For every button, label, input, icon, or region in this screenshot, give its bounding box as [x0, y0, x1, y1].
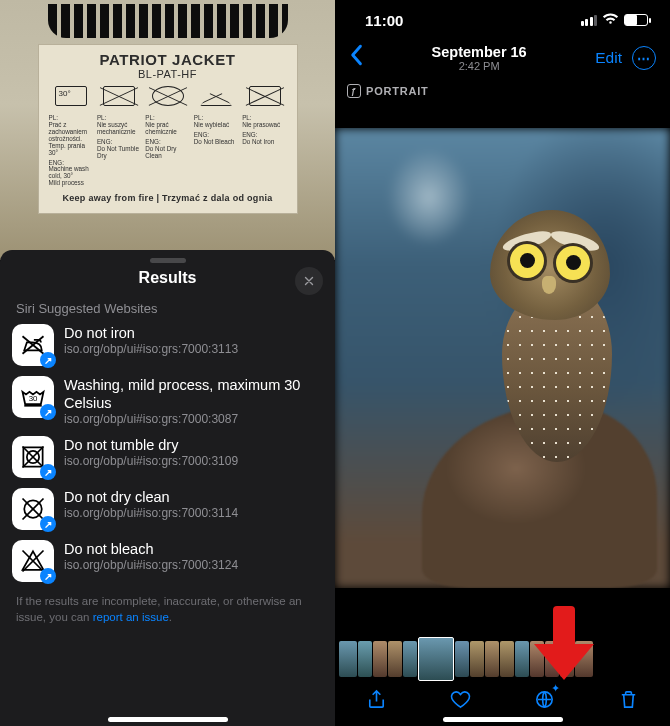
photo-time: 2:42 PM — [432, 60, 527, 72]
thumbnail[interactable] — [418, 637, 454, 681]
care-symbols-row: 30° — [49, 84, 287, 113]
care-label: PATRIOT JACKET BL-PAT-HF 30° PL:Prać z z… — [38, 44, 298, 214]
wash-30-icon: 30 — [12, 376, 54, 418]
result-url: iso.org/obp/ui#iso:grs:7000:3109 — [64, 454, 238, 468]
keep-away-warning: Keep away from fire | Trzymać z dala od … — [49, 193, 287, 203]
visual-lookup-panel: PATRIOT JACKET BL-PAT-HF 30° PL:Prać z z… — [0, 0, 335, 726]
section-header: Siri Suggested Websites — [0, 297, 335, 324]
back-button[interactable] — [349, 44, 363, 72]
result-url: iso.org/obp/ui#iso:grs:7000:3113 — [64, 342, 238, 356]
thumbnail[interactable] — [470, 641, 484, 677]
thumbnail[interactable] — [515, 641, 529, 677]
care-col: PL:Nie prasowaćENG:Do Not Iron — [242, 115, 286, 187]
footer-note: If the results are incomplete, inaccurat… — [0, 582, 335, 625]
photo-viewer[interactable] — [335, 128, 670, 588]
thumbnail[interactable] — [403, 641, 417, 677]
portrait-text: PORTRAIT — [366, 85, 429, 97]
iron-x-icon — [12, 324, 54, 366]
spiral-binding — [48, 4, 288, 38]
report-issue-link[interactable]: report an issue — [93, 611, 169, 623]
sparkle-icon: ✦ — [551, 682, 560, 695]
circle-x-icon — [12, 488, 54, 530]
thumbnail[interactable] — [485, 641, 499, 677]
care-col: PL:Nie suszyć mechanicznieENG:Do Not Tum… — [97, 115, 141, 187]
thumbnail[interactable] — [339, 641, 357, 677]
svg-text:30: 30 — [29, 394, 38, 403]
result-title: Do not tumble dry — [64, 436, 238, 454]
care-col: PL:Nie prać chemicznieENG:Do Not Dry Cle… — [145, 115, 189, 187]
wifi-icon — [602, 12, 619, 28]
result-title: Do not iron — [64, 324, 238, 342]
home-indicator[interactable] — [108, 717, 228, 722]
external-link-badge — [40, 404, 56, 420]
thumbnail-strip[interactable] — [335, 640, 670, 678]
status-bar: 11:00 — [335, 0, 670, 40]
result-url: iso.org/obp/ui#iso:grs:7000:3114 — [64, 506, 238, 520]
portrait-f-icon: ƒ — [347, 84, 361, 98]
tumble-x-icon — [12, 436, 54, 478]
delete-button[interactable] — [615, 686, 641, 712]
edit-button[interactable]: Edit — [595, 49, 622, 67]
results-sheet: Results Siri Suggested Websites Do not i… — [0, 250, 335, 726]
product-code: BL-PAT-HF — [49, 68, 287, 80]
close-button[interactable] — [295, 267, 323, 295]
result-row[interactable]: 30Washing, mild process, maximum 30 Cels… — [12, 376, 323, 426]
clock: 11:00 — [365, 12, 403, 29]
sheet-grabber[interactable] — [150, 258, 186, 263]
result-row[interactable]: Do not bleachiso.org/obp/ui#iso:grs:7000… — [12, 540, 323, 582]
result-row[interactable]: Do not ironiso.org/obp/ui#iso:grs:7000:3… — [12, 324, 323, 366]
results-list: Do not ironiso.org/obp/ui#iso:grs:7000:3… — [0, 324, 335, 582]
result-url: iso.org/obp/ui#iso:grs:7000:3087 — [64, 412, 323, 426]
nav-bar: September 16 2:42 PM Edit ⋯ — [335, 40, 670, 80]
footer-suffix: . — [169, 611, 172, 623]
annotation-arrow — [534, 606, 590, 686]
product-name: PATRIOT JACKET — [49, 51, 287, 68]
thumbnail[interactable] — [455, 641, 469, 677]
sheet-title: Results — [139, 269, 197, 287]
result-url: iso.org/obp/ui#iso:grs:7000:3124 — [64, 558, 238, 572]
result-title: Do not bleach — [64, 540, 238, 558]
thumbnail[interactable] — [358, 641, 372, 677]
result-row[interactable]: Do not dry cleaniso.org/obp/ui#iso:grs:7… — [12, 488, 323, 530]
external-link-badge — [40, 464, 56, 480]
thumbnail[interactable] — [373, 641, 387, 677]
more-button[interactable]: ⋯ — [632, 46, 656, 70]
nav-title: September 16 2:42 PM — [432, 44, 527, 72]
external-link-badge — [40, 352, 56, 368]
care-tag-photo: PATRIOT JACKET BL-PAT-HF 30° PL:Prać z z… — [0, 0, 335, 260]
photos-app-panel: 11:00 September 16 2:42 PM Edit ⋯ ƒ PORT… — [335, 0, 670, 726]
care-text-grid: PL:Prać z zachowaniem ostrożności.Temp. … — [49, 115, 287, 187]
battery-icon — [624, 14, 648, 26]
care-col: PL:Prać z zachowaniem ostrożności.Temp. … — [49, 115, 93, 187]
care-col: PL:Nie wybielaćENG:Do Not Bleach — [194, 115, 238, 187]
status-icons — [581, 12, 649, 28]
external-link-badge — [40, 516, 56, 532]
share-button[interactable] — [364, 686, 390, 712]
photo-date: September 16 — [432, 44, 527, 60]
home-indicator[interactable] — [443, 717, 563, 722]
portrait-badge[interactable]: ƒ PORTRAIT — [335, 80, 670, 102]
result-title: Do not dry clean — [64, 488, 238, 506]
bleach-x-icon — [12, 540, 54, 582]
result-title: Washing, mild process, maximum 30 Celsiu… — [64, 376, 323, 412]
favorite-button[interactable] — [448, 686, 474, 712]
result-row[interactable]: Do not tumble dryiso.org/obp/ui#iso:grs:… — [12, 436, 323, 478]
thumbnail[interactable] — [500, 641, 514, 677]
photo-toolbar: ✦ — [335, 682, 670, 716]
thumbnail[interactable] — [388, 641, 402, 677]
cellular-icon — [581, 15, 598, 26]
visual-lookup-button[interactable]: ✦ — [531, 686, 557, 712]
owl — [482, 202, 632, 492]
